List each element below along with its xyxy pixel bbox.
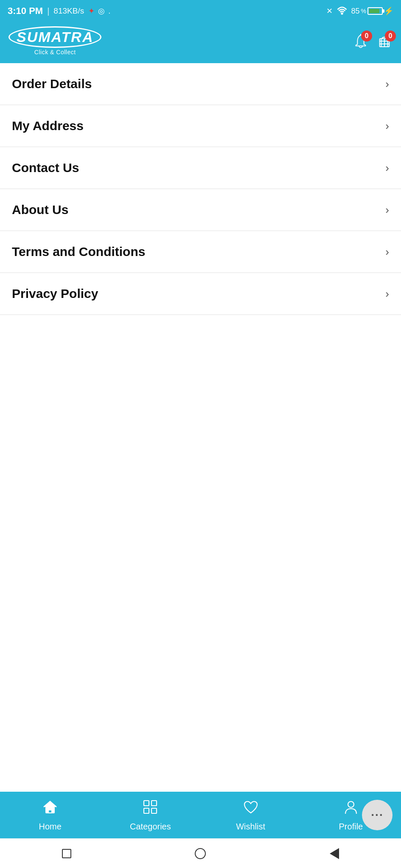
chevron-right-icon: › [385,203,389,217]
home-button[interactable] [195,848,206,859]
logo-sub: Click & Collect [34,49,76,56]
nav-categories[interactable]: Categories [100,792,200,838]
profile-icon [342,798,359,819]
svg-rect-10 [144,801,149,806]
home-circle-icon [195,848,206,859]
status-time: 3:10 PM [8,6,43,17]
fab-more-button[interactable]: ··· [362,800,393,830]
menu-item-contact-us[interactable]: Contact Us › [0,147,401,189]
chevron-right-icon: › [385,78,389,91]
battery-percent: 85 [351,7,360,16]
status-speed: 813KB/s [53,6,84,16]
recents-icon [62,849,71,858]
back-button[interactable] [330,848,339,859]
wifi-icon [337,6,347,16]
logo: SUMATRA Click & Collect [8,26,101,56]
wishlist-label: Wishlist [236,822,265,832]
battery-indicator: 85 % ⚡ [351,6,393,16]
privacy-policy-label: Privacy Policy [12,287,98,301]
chevron-right-icon: › [385,245,389,259]
svg-rect-12 [144,808,149,813]
menu-item-my-address[interactable]: My Address › [0,105,401,147]
chevron-right-icon: › [385,120,389,133]
home-icon [42,798,59,819]
svg-point-0 [341,13,342,14]
svg-rect-11 [151,801,157,806]
notification-wrapper: 0 [353,33,369,49]
dot-status: . [108,7,110,16]
menu-item-about-us[interactable]: About Us › [0,189,401,231]
android-nav-bar [0,838,401,868]
profile-icon-svg [342,798,359,815]
lightning-icon: ⚡ [384,6,393,16]
back-icon [330,848,339,859]
categories-label: Categories [130,822,171,832]
categories-icon [142,798,159,819]
nav-wishlist[interactable]: Wishlist [201,792,301,838]
battery-fill [369,9,379,13]
signal-icon: ◎ [98,6,105,16]
categories-icon-svg [142,798,159,815]
chevron-right-icon: › [385,287,389,300]
menu-item-order-details[interactable]: Order Details › [0,63,401,105]
terms-conditions-label: Terms and Conditions [12,245,145,259]
nav-home[interactable]: Home [0,792,100,838]
chevron-right-icon: › [385,161,389,175]
home-label: Home [39,822,61,832]
maps-icon: ✦ [88,6,95,16]
close-icon: ✕ [326,6,333,16]
wishlist-icon [242,798,259,819]
battery-box [367,7,383,15]
contact-us-label: Contact Us [12,161,79,175]
menu-list: Order Details › My Address › Contact Us … [0,63,401,537]
home-icon-svg [42,798,59,815]
cart-wrapper: 0 [376,33,393,49]
order-details-label: Order Details [12,77,92,91]
battery-percent-sign: % [361,8,366,14]
svg-point-14 [348,801,354,807]
menu-item-terms-conditions[interactable]: Terms and Conditions › [0,231,401,273]
status-bar: 3:10 PM | 813KB/s ✦ ◎ . ✕ 85 % ⚡ [0,0,401,22]
notification-badge: 0 [361,31,372,42]
bottom-navigation: Home Categories Wishlist Profile [0,792,401,838]
empty-content-area [0,537,401,792]
about-us-label: About Us [12,203,68,217]
svg-rect-13 [151,808,157,813]
header-icons: 0 0 [353,33,393,49]
menu-item-privacy-policy[interactable]: Privacy Policy › [0,273,401,315]
wishlist-icon-svg [242,798,259,815]
status-divider: | [47,6,49,16]
recents-button[interactable] [62,849,71,858]
profile-label: Profile [339,822,363,832]
cart-badge: 0 [385,31,396,42]
logo-text: SUMATRA [8,26,101,48]
status-right-icons: ✕ 85 % ⚡ [326,6,393,16]
svg-rect-9 [48,810,52,813]
app-header: SUMATRA Click & Collect 0 [0,22,401,63]
status-app-icons: ✦ ◎ . [88,6,110,16]
my-address-label: My Address [12,119,84,133]
